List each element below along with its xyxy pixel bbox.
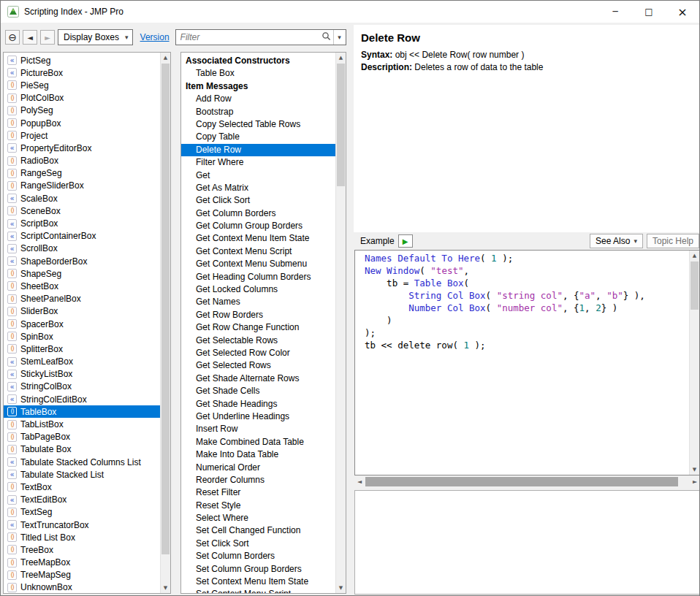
message-item-get-row-change-function[interactable]: Get Row Change Function: [181, 321, 335, 334]
message-item-set-column-group-borders[interactable]: Set Column Group Borders: [181, 563, 335, 576]
list-item-treebox[interactable]: ()TreeBox: [4, 543, 160, 556]
message-item-insert-row[interactable]: Insert Row: [181, 423, 335, 435]
message-item-get-underline-headings[interactable]: Get Underline Headings: [181, 410, 335, 423]
list-item-scriptbox[interactable]: «ScriptBox: [4, 217, 160, 229]
list-item-project[interactable]: ()Project: [4, 129, 160, 142]
list-item-splitterbox[interactable]: ()SplitterBox: [4, 343, 160, 355]
list-item-propertyeditorbox[interactable]: «PropertyEditorBox: [4, 142, 160, 154]
scroll-up-icon[interactable]: ▲: [336, 53, 346, 63]
topic-help-button[interactable]: Topic Help: [647, 234, 699, 248]
message-item-copy-table[interactable]: Copy Table: [181, 131, 335, 143]
filter-input[interactable]: [176, 32, 320, 42]
collapse-all-button[interactable]: ⊖: [5, 30, 20, 45]
list-item-pictseg[interactable]: «PictSeg: [4, 54, 160, 66]
message-item-get-context-menu-script[interactable]: Get Context Menu Script: [181, 245, 335, 258]
list-item-textbox[interactable]: ()TextBox: [4, 481, 160, 493]
category-select[interactable]: Display Boxes ▾: [58, 29, 133, 45]
message-item-get-column-group-borders[interactable]: Get Column Group Borders: [181, 220, 335, 232]
message-item-get-shade-alternate-rows[interactable]: Get Shade Alternate Rows: [181, 372, 335, 385]
list-item-picturebox[interactable]: «PictureBox: [4, 66, 160, 79]
list-item-rangeseg[interactable]: ()RangeSeg: [4, 167, 160, 180]
list-item-sliderbox[interactable]: ()SliderBox: [4, 305, 160, 318]
scrollbar-thumb[interactable]: [691, 261, 699, 310]
message-item-reset-style[interactable]: Reset Style: [181, 500, 335, 512]
message-item-get-as-matrix[interactable]: Get As Matrix: [181, 182, 335, 194]
message-item-get-names[interactable]: Get Names: [181, 296, 335, 308]
list-item-sheetbox[interactable]: ()SheetBox: [4, 280, 160, 292]
list-item-radiobox[interactable]: ()RadioBox: [4, 155, 160, 167]
message-item-get-context-menu-item-state[interactable]: Get Context Menu Item State: [181, 232, 335, 245]
scroll-left-icon[interactable]: ◄: [354, 476, 365, 487]
list-item-stringcoleditbox[interactable]: «StringColEditBox: [4, 393, 160, 405]
message-item-get-click-sort[interactable]: Get Click Sort: [181, 194, 335, 207]
scroll-up-icon[interactable]: ▲: [690, 251, 699, 261]
maximize-button[interactable]: □: [632, 1, 666, 23]
message-item-get-shade-headings[interactable]: Get Shade Headings: [181, 398, 335, 410]
list-item-scrollbox[interactable]: «ScrollBox: [4, 242, 160, 255]
list-item-unknownbox[interactable]: ()UnknownBox: [4, 581, 160, 593]
message-item-reset-filter[interactable]: Reset Filter: [181, 486, 335, 499]
list-item-treemapbox[interactable]: ()TreeMapBox: [4, 557, 160, 569]
list-item-tabulate-stacked-list[interactable]: «Tabulate Stacked List: [4, 468, 160, 481]
message-item-make-combined-data-table[interactable]: Make Combined Data Table: [181, 436, 335, 448]
message-item-make-into-data-table[interactable]: Make Into Data Table: [181, 448, 335, 461]
scroll-down-icon[interactable]: ▼: [161, 583, 170, 593]
list-item-plotcolbox[interactable]: ()PlotColBox: [4, 92, 160, 104]
scroll-right-icon[interactable]: ►: [690, 476, 700, 487]
list-item-texteditbox[interactable]: «TextEditBox: [4, 494, 160, 506]
message-item-get-selected-row-color[interactable]: Get Selected Row Color: [181, 347, 335, 359]
version-link[interactable]: Version: [140, 32, 170, 42]
scrollbar-thumb[interactable]: [337, 64, 345, 186]
list-item-tabulate-stacked-columns-list[interactable]: «Tabulate Stacked Columns List: [4, 456, 160, 468]
message-list[interactable]: Associated ConstructorsTable BoxItem Mes…: [181, 53, 335, 593]
see-also-button[interactable]: See Also ▾: [590, 234, 643, 248]
message-item-reorder-columns[interactable]: Reorder Columns: [181, 474, 335, 486]
list-item-spacerbox[interactable]: ()SpacerBox: [4, 318, 160, 330]
forward-button[interactable]: ►: [40, 30, 55, 45]
list-item-shapeborderbox[interactable]: «ShapeBorderBox: [4, 255, 160, 267]
message-item-get[interactable]: Get: [181, 169, 335, 182]
message-item-set-click-sort[interactable]: Set Click Sort: [181, 538, 335, 550]
list-item-shapeseg[interactable]: ()ShapeSeg: [4, 267, 160, 280]
message-item-delete-row[interactable]: Delete Row: [181, 144, 335, 156]
message-item-get-selectable-rows[interactable]: Get Selectable Rows: [181, 335, 335, 347]
list-item-titled-list-box[interactable]: ()Titled List Box: [4, 531, 160, 543]
message-item-set-context-menu-script[interactable]: Set Context Menu Script: [181, 588, 335, 593]
message-item-get-column-borders[interactable]: Get Column Borders: [181, 207, 335, 220]
list-item-treemapseg[interactable]: ()TreeMapSeg: [4, 569, 160, 581]
list-item-spinbox[interactable]: ()SpinBox: [4, 330, 160, 343]
message-item-get-heading-column-borders[interactable]: Get Heading Column Borders: [181, 271, 335, 283]
list-item-texttruncatorbox[interactable]: «TextTruncatorBox: [4, 519, 160, 531]
message-item-get-selected-rows[interactable]: Get Selected Rows: [181, 359, 335, 372]
scrollbar-thumb[interactable]: [365, 477, 678, 486]
display-box-list-scrollbar[interactable]: ▲ ▼: [160, 53, 170, 593]
code-hscrollbar[interactable]: ◄ ►: [354, 476, 700, 487]
list-item-sheetpanelbox[interactable]: ()SheetPanelBox: [4, 293, 160, 305]
message-item-table-box[interactable]: Table Box: [181, 67, 335, 80]
message-item-copy-selected-table-rows[interactable]: Copy Selected Table Rows: [181, 118, 335, 131]
list-item-textseg[interactable]: ()TextSeg: [4, 506, 160, 519]
run-example-button[interactable]: ▶: [398, 234, 413, 248]
message-item-get-shade-cells[interactable]: Get Shade Cells: [181, 385, 335, 397]
minimize-button[interactable]: ─: [598, 1, 632, 23]
message-item-get-row-borders[interactable]: Get Row Borders: [181, 309, 335, 321]
list-item-stringcolbox[interactable]: «StringColBox: [4, 381, 160, 393]
code-scrollbar[interactable]: ▲ ▼: [689, 251, 699, 475]
list-item-tablistbox[interactable]: ()TabListBox: [4, 418, 160, 430]
message-item-get-locked-columns[interactable]: Get Locked Columns: [181, 283, 335, 296]
list-item-stickylistbox[interactable]: «StickyListBox: [4, 368, 160, 381]
list-item-tablebox[interactable]: ()TableBox: [4, 405, 160, 418]
scroll-down-icon[interactable]: ▼: [690, 465, 699, 475]
message-item-set-context-menu-item-state[interactable]: Set Context Menu Item State: [181, 576, 335, 588]
close-button[interactable]: ×: [666, 1, 699, 23]
list-item-pieseg[interactable]: ()PieSeg: [4, 79, 160, 91]
list-item-rangesliderbox[interactable]: ()RangeSliderBox: [4, 180, 160, 192]
filter-dropdown-button[interactable]: ▾: [333, 30, 346, 45]
list-item-scenebox[interactable]: ()SceneBox: [4, 205, 160, 217]
scrollbar-thumb[interactable]: [161, 64, 170, 554]
list-item-tabulate-box[interactable]: ()Tabulate Box: [4, 443, 160, 456]
list-item-polyseg[interactable]: ()PolySeg: [4, 104, 160, 117]
scroll-up-icon[interactable]: ▲: [161, 53, 170, 63]
message-item-select-where[interactable]: Select Where: [181, 512, 335, 524]
code-area[interactable]: Names Default To Here( 1 );New Window( "…: [355, 252, 688, 473]
